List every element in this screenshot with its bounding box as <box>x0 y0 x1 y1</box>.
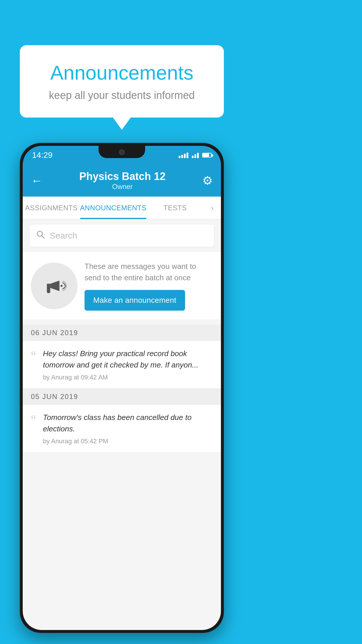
search-bar[interactable]: Search <box>30 225 214 247</box>
tab-tests[interactable]: TESTS <box>146 197 204 219</box>
date-separator-2: 05 JUN 2019 <box>23 388 221 405</box>
search-icon <box>36 230 45 241</box>
phone-inner: 14:29 <box>23 146 221 630</box>
notch <box>99 146 145 158</box>
app-header: ← Physics Batch 12 Owner ⚙ <box>23 164 221 197</box>
quote-icon-2: “ <box>31 413 36 428</box>
front-camera <box>119 149 125 155</box>
announcement-intro-right: These are messages you want to send to t… <box>85 261 213 311</box>
batch-title: Physics Batch 12 <box>79 170 166 183</box>
announcement-item-1[interactable]: “ Hey class! Bring your practical record… <box>23 341 221 388</box>
announcement-intro: These are messages you want to send to t… <box>23 252 221 319</box>
announcement-author-2: by Anurag at 05:42 PM <box>43 438 213 445</box>
announcement-message-1: Hey class! Bring your practical record b… <box>43 348 213 371</box>
announcement-author-1: by Anurag at 09:42 AM <box>43 374 213 381</box>
tab-assignments[interactable]: ASSIGNMENTS <box>23 197 80 219</box>
quote-icon-1: “ <box>31 349 36 364</box>
svg-line-1 <box>42 236 44 238</box>
back-button[interactable]: ← <box>31 174 43 187</box>
date-separator-1: 06 JUN 2019 <box>23 325 221 341</box>
announcement-message-2: Tomorrow's class has been cancelled due … <box>43 412 213 435</box>
battery-icon <box>202 153 212 158</box>
speech-bubble-container: Announcements keep all your students inf… <box>20 45 224 118</box>
tab-announcements[interactable]: ANNOUNCEMENTS <box>80 197 147 219</box>
wifi-icon <box>192 152 199 158</box>
batch-role: Owner <box>79 183 166 191</box>
announcement-item-2[interactable]: “ Tomorrow's class has been cancelled du… <box>23 405 221 452</box>
announcement-text-wrap-2: Tomorrow's class has been cancelled due … <box>43 412 213 445</box>
tab-more[interactable]: › <box>204 197 221 219</box>
make-announcement-button[interactable]: Make an announcement <box>85 290 185 311</box>
screen-content: Search These are messages you <box>23 219 221 630</box>
settings-button[interactable]: ⚙ <box>202 174 213 187</box>
status-bar: 14:29 <box>23 146 221 164</box>
search-placeholder: Search <box>50 231 77 241</box>
announcement-intro-description: These are messages you want to send to t… <box>85 261 213 284</box>
megaphone-icon <box>41 273 67 299</box>
speech-bubble-subtitle: keep all your students informed <box>37 89 206 102</box>
signal-icon <box>179 152 188 158</box>
announcement-text-wrap-1: Hey class! Bring your practical record b… <box>43 348 213 381</box>
status-icons <box>179 152 212 158</box>
tab-bar: ASSIGNMENTS ANNOUNCEMENTS TESTS › <box>23 197 221 219</box>
svg-point-3 <box>61 285 63 287</box>
speech-bubble-title: Announcements <box>37 61 206 84</box>
announcement-icon-circle <box>31 262 78 309</box>
header-center: Physics Batch 12 Owner <box>79 170 166 191</box>
speech-bubble: Announcements keep all your students inf… <box>20 45 224 118</box>
status-time: 14:29 <box>32 150 52 160</box>
phone-frame: 14:29 <box>20 143 224 633</box>
